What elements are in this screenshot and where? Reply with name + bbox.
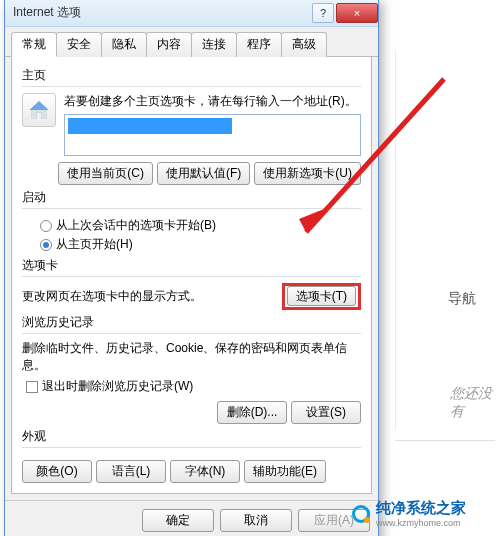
tab-connections[interactable]: 连接: [191, 32, 237, 57]
tab-content[interactable]: 内容: [146, 32, 192, 57]
use-new-tab-button[interactable]: 使用新选项卡(U): [254, 162, 361, 185]
bg-nav-label: 导航: [448, 290, 476, 308]
tabs-button-highlight: 选项卡(T): [282, 283, 361, 310]
tab-programs[interactable]: 程序: [236, 32, 282, 57]
dialog-footer: 确定 取消 应用(A): [5, 500, 378, 536]
startup-homepage-label: 从主页开始(H): [56, 236, 133, 253]
help-button[interactable]: ?: [312, 3, 334, 23]
tab-privacy[interactable]: 隐私: [101, 32, 147, 57]
homepage-desc: 若要创建多个主页选项卡，请在每行输入一个地址(R)。: [64, 93, 361, 110]
window-title: Internet 选项: [13, 4, 81, 21]
homepage-url-input[interactable]: ████████████: [64, 114, 361, 156]
delete-button[interactable]: 删除(D)...: [217, 401, 287, 424]
home-icon: [22, 93, 56, 127]
startup-last-session-radio[interactable]: 从上次会话中的选项卡开始(B): [40, 217, 361, 234]
watermark: 纯净系统之家 www.kzmyhome.com: [352, 499, 466, 528]
fonts-button[interactable]: 字体(N): [170, 460, 240, 483]
watermark-logo-icon: [352, 505, 370, 523]
cancel-button[interactable]: 取消: [220, 509, 292, 532]
startup-label: 启动: [22, 189, 361, 206]
tab-security[interactable]: 安全: [56, 32, 102, 57]
internet-options-dialog: Internet 选项 ? × 常规 安全 隐私 内容 连接 程序 高级 主页 …: [4, 0, 379, 536]
delete-on-exit-label: 退出时删除浏览历史记录(W): [42, 378, 193, 395]
close-button[interactable]: ×: [336, 3, 378, 23]
colors-button[interactable]: 颜色(O): [22, 460, 92, 483]
startup-last-session-label: 从上次会话中的选项卡开始(B): [56, 217, 216, 234]
tabs-button[interactable]: 选项卡(T): [287, 286, 356, 306]
titlebar[interactable]: Internet 选项 ? ×: [5, 0, 378, 27]
tab-panel-general: 主页 若要创建多个主页选项卡，请在每行输入一个地址(R)。 ██████████…: [11, 57, 372, 494]
use-current-button[interactable]: 使用当前页(C): [58, 162, 153, 185]
watermark-name: 纯净系统之家: [376, 499, 466, 516]
homepage-label: 主页: [22, 67, 361, 84]
use-default-button[interactable]: 使用默认值(F): [157, 162, 250, 185]
tabs-section-label: 选项卡: [22, 257, 361, 274]
history-label: 浏览历史记录: [22, 314, 361, 331]
tab-advanced[interactable]: 高级: [281, 32, 327, 57]
tab-general[interactable]: 常规: [11, 32, 57, 57]
bg-hint-text: 您还没有: [450, 385, 500, 421]
tab-strip: 常规 安全 隐私 内容 连接 程序 高级: [5, 27, 378, 57]
accessibility-button[interactable]: 辅助功能(E): [244, 460, 326, 483]
ok-button[interactable]: 确定: [142, 509, 214, 532]
tabs-section-desc: 更改网页在选项卡中的显示方式。: [22, 288, 272, 305]
languages-button[interactable]: 语言(L): [96, 460, 166, 483]
settings-button[interactable]: 设置(S): [291, 401, 361, 424]
startup-homepage-radio[interactable]: 从主页开始(H): [40, 236, 361, 253]
delete-on-exit-checkbox[interactable]: 退出时删除浏览历史记录(W): [26, 378, 361, 395]
appearance-label: 外观: [22, 428, 361, 445]
history-desc: 删除临时文件、历史记录、Cookie、保存的密码和网页表单信息。: [22, 340, 361, 374]
watermark-url: www.kzmyhome.com: [376, 518, 466, 528]
